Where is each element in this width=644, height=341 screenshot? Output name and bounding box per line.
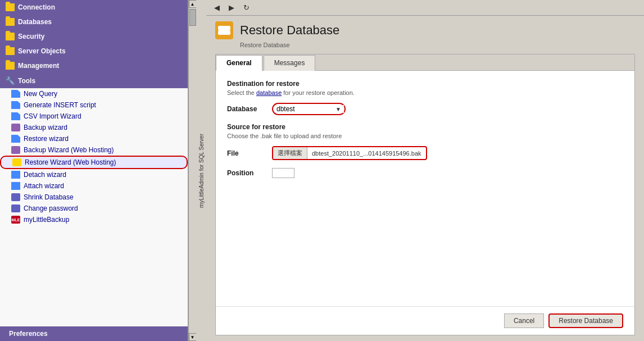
destination-title: Destination for restore	[227, 80, 623, 88]
sidebar-change-password-label: Change password	[24, 204, 78, 212]
scroll-up-btn[interactable]: ▲	[189, 0, 197, 8]
sidebar-security-label: Security	[18, 33, 44, 40]
file-input-wrapper: 選擇檔案 dbtest_20201110_...014145915496.bak	[272, 146, 427, 160]
folder-icon	[6, 62, 15, 70]
sidebar-item-attach[interactable]: Attach wizard	[0, 180, 188, 192]
sidebar-tools-header: 🔧 Tools	[0, 73, 188, 88]
tab-bar: General Messages	[216, 54, 634, 71]
shrink-icon	[11, 193, 20, 201]
destination-desc-link: database	[256, 89, 282, 96]
tab-general[interactable]: General	[216, 55, 262, 71]
sidebar-item-backup-wizard[interactable]: Backup wizard	[0, 122, 188, 133]
sidebar-item-generate-insert[interactable]: Generate INSERT script	[0, 99, 188, 111]
sidebar-item-security[interactable]: Security	[0, 29, 188, 44]
dialog-form: Destination for restore Select the datab…	[216, 71, 634, 306]
scroll-down-btn[interactable]: ▼	[189, 333, 197, 341]
folder-icon	[6, 18, 15, 26]
restore-icon	[11, 135, 20, 143]
sidebar-item-csv-import[interactable]: CSV Import Wizard	[0, 111, 188, 122]
file-control: 選擇檔案 dbtest_20201110_...014145915496.bak	[272, 146, 623, 160]
file-label: File	[227, 149, 272, 157]
sidebar-backup-wizard-label: Backup wizard	[24, 124, 67, 131]
choose-file-button[interactable]: 選擇檔案	[273, 147, 307, 159]
sidebar-attach-label: Attach wizard	[24, 182, 64, 190]
sidebar-item-shrink[interactable]: Shrink Database	[0, 192, 188, 203]
dialog-footer: Cancel Restore Database	[216, 306, 634, 335]
sidebar-shrink-label: Shrink Database	[24, 193, 74, 201]
file-value: dbtest_20201110_...014145915496.bak	[307, 148, 426, 158]
sidebar-tools-list: New Query Generate INSERT script CSV Imp…	[0, 88, 188, 326]
backup-icon	[11, 124, 20, 131]
sidebar-management-label: Management	[18, 62, 59, 70]
sidebar-item-databases[interactable]: Databases	[0, 15, 188, 29]
restore-database-button[interactable]: Restore Database	[548, 313, 623, 328]
database-label: Database	[227, 105, 272, 113]
refresh-button[interactable]: ↻	[240, 2, 252, 14]
database-select-wrapper: dbtest master model msdb ▼	[272, 103, 346, 115]
sidebar-backup-web-label: Backup Wizard (Web Hosting)	[24, 146, 114, 154]
sidebar-detach-label: Detach wizard	[24, 171, 66, 179]
folder-icon	[6, 33, 15, 40]
sidebar-databases-label: Databases	[18, 18, 52, 26]
page-content-area: Restore Database Restore Database Genera…	[206, 16, 644, 341]
position-input[interactable]	[272, 168, 294, 178]
toolbar: ◀ ▶ ↻	[206, 0, 644, 16]
sidebar-item-restore-wizard[interactable]: Restore wizard	[0, 133, 188, 144]
backup-web-icon	[11, 146, 20, 154]
sidebar-item-change-password[interactable]: Change password	[0, 203, 188, 214]
folder-icon	[6, 47, 15, 55]
sidebar-preferences[interactable]: Preferences	[0, 326, 188, 341]
sidebar-item-backup-web-hosting[interactable]: Backup Wizard (Web Hosting)	[0, 144, 188, 156]
sidebar-item-new-query[interactable]: New Query	[0, 88, 188, 99]
sidebar-restore-web-label: Restore Wizard (Web Hosting)	[25, 158, 116, 166]
wizard-icon	[12, 158, 21, 166]
attach-icon	[11, 182, 20, 190]
sidebar-new-query-label: New Query	[24, 90, 57, 98]
sidebar-item-management[interactable]: Management	[0, 58, 188, 73]
dialog-box: General Messages Destination for restore…	[215, 54, 635, 335]
sidebar-mlb-label: myLittleBackup	[24, 216, 69, 224]
vertical-label: myLittleAdmin for SQL Server	[198, 134, 205, 208]
sidebar-restore-wizard-label: Restore wizard	[24, 135, 69, 143]
position-label: Position	[227, 169, 272, 177]
csv-icon	[11, 112, 20, 120]
sidebar-server-objects-label: Server Objects	[18, 47, 66, 55]
forward-button[interactable]: ▶	[225, 2, 238, 14]
sidebar-item-detach[interactable]: Detach wizard	[0, 169, 188, 180]
sidebar-item-mylittlebackup[interactable]: MLE myLittleBackup	[0, 214, 188, 225]
mlb-icon: MLE	[11, 216, 20, 224]
destination-desc: Select the database for your restore ope…	[227, 89, 623, 96]
sidebar-item-connection[interactable]: Connection	[0, 0, 188, 15]
sidebar-generate-insert-label: Generate INSERT script	[24, 101, 96, 109]
page-db-icon	[215, 21, 233, 39]
cancel-button[interactable]: Cancel	[504, 313, 544, 328]
sidebar-tools-label: Tools	[18, 77, 35, 85]
database-select[interactable]: dbtest master model msdb	[276, 105, 344, 113]
page-title: Restore Database	[240, 23, 339, 38]
detach-icon	[11, 171, 20, 179]
sidebar-item-restore-web-hosting[interactable]: Restore Wizard (Web Hosting)	[0, 156, 188, 169]
back-button[interactable]: ◀	[211, 2, 223, 14]
page-title-area: Restore Database	[215, 21, 635, 39]
position-control	[272, 168, 623, 178]
sidebar-preferences-label: Preferences	[9, 330, 48, 338]
query-icon	[11, 90, 20, 98]
position-row: Position	[227, 168, 623, 178]
sidebar-connection-label: Connection	[18, 3, 55, 11]
database-control: dbtest master model msdb ▼	[272, 103, 623, 115]
change-password-icon	[11, 204, 20, 212]
sidebar-scrollbar[interactable]: ▲ ▼	[188, 0, 196, 341]
sidebar: Connection Databases Security Server Obj…	[0, 0, 188, 341]
page-subtitle: Restore Database	[240, 42, 635, 48]
scroll-thumb[interactable]	[189, 9, 196, 26]
main-content: ◀ ▶ ↻ Restore Database Restore Database …	[206, 0, 644, 341]
vertical-label-wrapper: myLittleAdmin for SQL Server	[196, 0, 206, 341]
sidebar-item-server-objects[interactable]: Server Objects	[0, 44, 188, 58]
wrench-icon: 🔧	[6, 76, 15, 85]
tab-messages[interactable]: Messages	[264, 55, 316, 71]
file-row: File 選擇檔案 dbtest_20201110_...01414591549…	[227, 146, 623, 160]
script-icon	[11, 101, 20, 109]
folder-icon	[6, 3, 15, 11]
sidebar-csv-import-label: CSV Import Wizard	[24, 112, 81, 120]
source-title: Source for restore	[227, 123, 623, 131]
